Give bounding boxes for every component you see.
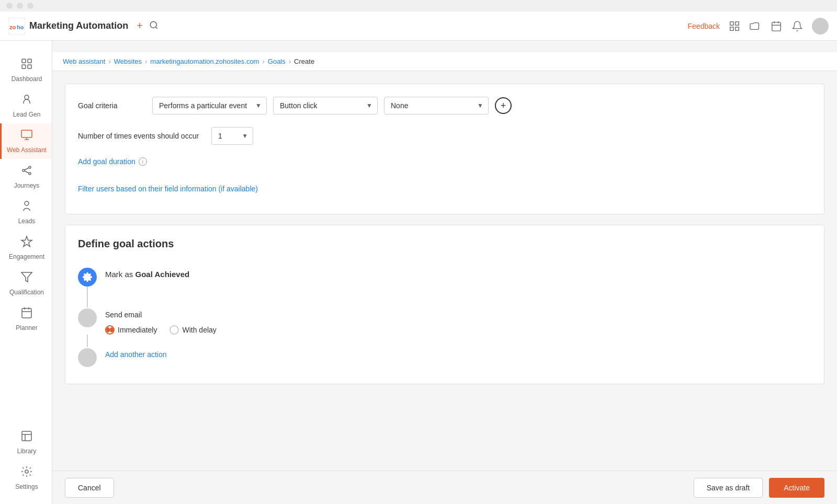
send-email-label: Send email [105,311,811,319]
sidebar-item-qualification[interactable]: Qualification [0,266,52,301]
library-label: Library [17,448,37,455]
sidebar-item-web-assistant[interactable]: Web Assistant [0,123,52,159]
svg-rect-7 [730,27,733,30]
add-goal-duration-link[interactable]: Add goal duration i [78,157,147,166]
svg-point-3 [150,21,156,28]
svg-rect-15 [22,65,26,68]
event-type-select[interactable]: Performs a particular event Visits a pag… [152,97,267,114]
planner-label: Planner [16,324,37,331]
add-criteria-button[interactable]: + [495,97,512,114]
immediately-option[interactable]: Immediately [105,325,157,335]
immediately-radio[interactable] [105,325,115,335]
svg-rect-16 [28,65,31,68]
web-assistant-label: Web Assistant [7,146,47,154]
leads-icon [20,200,33,215]
search-button[interactable] [149,20,159,32]
goal-achieved-item: Mark as Goal Achieved [78,267,811,287]
send-timing-radio-group: Immediately With delay [105,325,811,335]
window-dot-red[interactable] [6,3,13,9]
list-icon[interactable] [728,20,741,32]
breadcrumb-sep-4: › [289,58,291,65]
folder-icon[interactable] [749,20,762,32]
occurrence-row: Number of times events should occur 1 2 … [78,127,811,145]
qualification-icon [20,271,33,287]
goal-actions-content: Mark as Goal Achieved [78,262,811,371]
svg-point-21 [22,169,25,171]
svg-line-25 [25,171,29,173]
breadcrumb-sep-3: › [262,58,264,65]
svg-line-24 [25,168,29,170]
zoho-logo-icon: zo ho [8,18,25,35]
send-email-content: Send email Immediately [105,307,811,335]
web-assistant-icon [20,129,33,144]
goal-achieved-content: Mark as Goal Achieved [105,267,811,279]
svg-point-26 [25,201,29,205]
user-avatar[interactable] [812,18,829,35]
breadcrumb-web-assistant[interactable]: Web assistant [63,58,105,65]
lead-gen-label: Lead Gen [13,111,41,118]
breadcrumb-goals[interactable]: Goals [268,58,286,65]
goal-criteria-card: Goal criteria Performs a particular even… [65,84,824,214]
svg-rect-13 [22,59,26,63]
filter-users-section: Filter users based on their field inform… [78,185,811,201]
bell-icon[interactable] [791,20,804,32]
add-button[interactable]: + [137,20,143,32]
breadcrumb-site[interactable]: marketingautomation.zohosites.com [150,58,259,65]
breadcrumb-sep-2: › [145,58,147,65]
window-dot-yellow[interactable] [17,3,23,9]
occurrence-select-wrapper: 1 2 3 4 5 ▼ [211,127,253,145]
activate-button[interactable]: Activate [769,478,824,498]
feedback-link[interactable]: Feedback [688,22,720,30]
filter-users-link[interactable]: Filter users based on their field inform… [78,185,258,193]
svg-rect-6 [736,21,739,25]
goal-duration-section: Add goal duration i [78,157,811,174]
calendar-icon[interactable] [770,20,783,32]
sidebar-item-library[interactable]: Library [0,425,52,460]
occurrence-select[interactable]: 1 2 3 4 5 [211,127,253,145]
svg-rect-5 [730,21,733,25]
logo-area: zo ho Marketing Automation [8,18,128,35]
with-delay-radio[interactable] [169,325,179,335]
none-select[interactable]: None Option 1 Option 2 [384,97,489,114]
planner-icon [20,306,33,322]
event-select-wrapper: Performs a particular event Visits a pag… [152,97,267,114]
breadcrumb-websites[interactable]: Websites [114,58,142,65]
app-container: zo ho Marketing Automation + Feedback [0,0,837,504]
title-bar [0,0,837,12]
sidebar-item-planner[interactable]: Planner [0,301,52,337]
timeline-connector-2 [87,335,88,347]
leads-label: Leads [18,217,36,225]
library-icon [20,430,33,445]
sidebar-item-dashboard[interactable]: Dashboard [0,52,52,88]
cancel-button[interactable]: Cancel [65,478,114,498]
sidebar-item-settings[interactable]: Settings [0,460,52,496]
footer: Cancel Save as draft Activate [52,471,837,504]
footer-left: Cancel [65,478,114,498]
add-another-action-link[interactable]: Add another action [105,350,167,359]
sidebar-item-lead-gen[interactable]: Lead Gen [0,88,52,123]
settings-icon [20,465,33,481]
with-delay-option[interactable]: With delay [169,325,216,335]
sidebar-item-engagement[interactable]: Engagement [0,230,52,266]
goal-achieved-dot [78,268,97,287]
breadcrumb: Web assistant › Websites › marketingauto… [52,52,837,71]
svg-marker-27 [21,272,32,282]
engagement-icon [20,235,33,251]
sidebar-item-journeys[interactable]: Journeys [0,159,52,194]
add-action-content: Add another action [105,347,811,359]
sidebar-item-leads[interactable]: Leads [0,194,52,230]
svg-text:zo: zo [9,24,16,30]
button-click-select[interactable]: Button click Form submit Page scroll [273,97,378,114]
duration-info-icon[interactable]: i [139,157,147,166]
svg-point-22 [29,166,31,168]
gear-icon [82,272,93,282]
send-email-dot [78,308,97,327]
none-select-wrapper: None Option 1 Option 2 ▼ [384,97,489,114]
svg-rect-18 [21,130,32,138]
add-action-item: Add another action [78,347,811,367]
window-dot-green[interactable] [27,3,33,9]
dashboard-label: Dashboard [12,75,42,83]
send-email-item: Send email Immediately [78,307,811,335]
save-draft-button[interactable]: Save as draft [694,478,763,498]
svg-point-17 [25,95,29,99]
